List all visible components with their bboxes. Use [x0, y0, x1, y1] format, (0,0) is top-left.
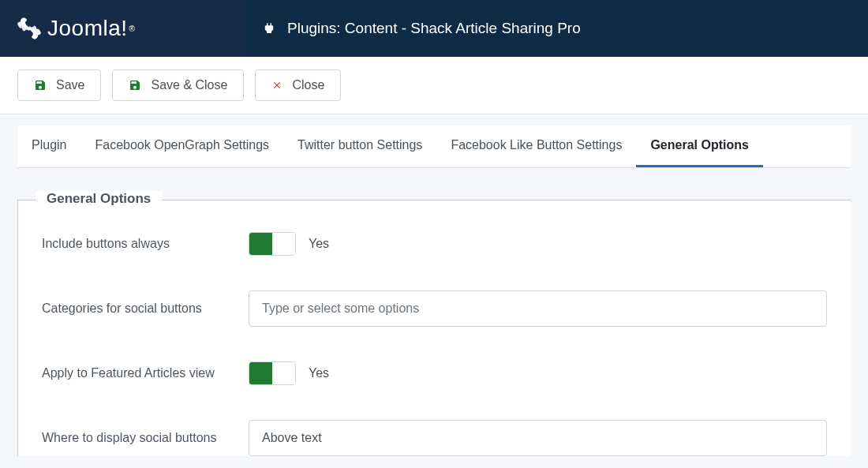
- tabs: Plugin Facebook OpenGraph Settings Twitt…: [17, 125, 851, 168]
- featured-toggle[interactable]: [249, 361, 296, 385]
- tab-plugin[interactable]: Plugin: [17, 125, 80, 167]
- joomla-icon: [16, 15, 43, 42]
- field-label: Where to display social buttons: [42, 431, 249, 445]
- field-label: Apply to Featured Articles view: [42, 366, 249, 380]
- save-button[interactable]: Save: [17, 69, 101, 101]
- fieldset-legend: General Options: [36, 191, 162, 207]
- brand-area: Joomla!®: [0, 0, 246, 57]
- plug-icon: [262, 21, 276, 36]
- close-button-label: Close: [292, 78, 324, 92]
- save-button-label: Save: [56, 78, 84, 92]
- categories-select[interactable]: Type or select some options: [249, 290, 827, 327]
- field-categories: Categories for social buttons Type or se…: [42, 290, 827, 327]
- page-header: Plugins: Content - Shack Article Sharing…: [246, 0, 868, 57]
- toolbar: Save Save & Close Close: [0, 57, 868, 114]
- toggle-value-text: Yes: [309, 237, 329, 251]
- where-display-select[interactable]: Above text: [249, 420, 827, 456]
- save-icon: [129, 79, 141, 92]
- trademark: ®: [129, 24, 135, 33]
- save-icon: [34, 79, 47, 92]
- joomla-logo[interactable]: Joomla!®: [16, 15, 135, 42]
- field-label: Include buttons always: [42, 237, 249, 251]
- include-always-toggle[interactable]: [249, 232, 296, 256]
- field-where-display: Where to display social buttons Above te…: [42, 420, 827, 456]
- close-button[interactable]: Close: [255, 69, 341, 101]
- fieldset-general-options: General Options Include buttons always Y…: [17, 200, 851, 456]
- save-close-button[interactable]: Save & Close: [112, 69, 244, 101]
- tab-facebook-like[interactable]: Facebook Like Button Settings: [436, 125, 636, 167]
- field-include-always: Include buttons always Yes: [42, 232, 827, 256]
- field-label: Categories for social buttons: [42, 301, 249, 316]
- toggle-value-text: Yes: [309, 366, 329, 380]
- tab-facebook-opengraph[interactable]: Facebook OpenGraph Settings: [80, 125, 283, 167]
- field-featured: Apply to Featured Articles view Yes: [42, 361, 827, 385]
- tab-general-options[interactable]: General Options: [636, 125, 762, 167]
- page-title: Plugins: Content - Shack Article Sharing…: [287, 20, 581, 37]
- save-close-button-label: Save & Close: [151, 78, 227, 92]
- tab-twitter-button[interactable]: Twitter button Settings: [283, 125, 436, 167]
- brand-text: Joomla!: [47, 16, 128, 41]
- close-icon: [271, 80, 282, 91]
- content-area: Plugin Facebook OpenGraph Settings Twitt…: [0, 125, 868, 456]
